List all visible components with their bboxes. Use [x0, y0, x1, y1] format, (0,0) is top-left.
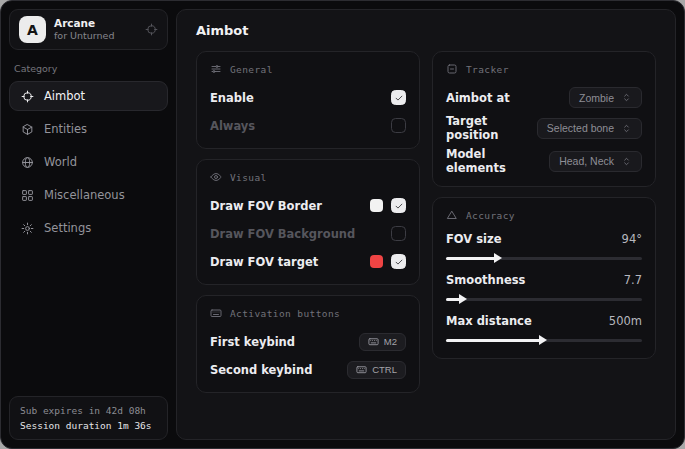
slider-fill — [446, 339, 542, 342]
tracker-label: Model elements — [446, 147, 549, 175]
chevrons-up-down-icon — [621, 92, 632, 103]
card-activation: Activation buttonsFirst keybindM2Second … — [196, 295, 420, 393]
slider-label: Smoothness — [446, 273, 525, 287]
app-window: A Arcane for Unturned Category AimbotEnt… — [0, 0, 685, 449]
checkbox-enable[interactable] — [391, 90, 406, 105]
slider-value: 500m — [609, 314, 642, 328]
app-subtitle: for Unturned — [54, 30, 114, 42]
tracker-label: Target position — [446, 114, 537, 142]
setting-row-enable: Enable — [210, 86, 406, 109]
card-title: Accuracy — [466, 210, 515, 221]
card-visual: VisualDraw FOV BorderDraw FOV Background… — [196, 159, 420, 285]
select-value: Zombie — [579, 92, 614, 104]
slider-row-header: FOV size94° — [446, 232, 642, 246]
card-title: Visual — [230, 172, 267, 183]
scope-icon[interactable] — [145, 23, 158, 36]
keybind-label: Second keybind — [210, 363, 312, 377]
left-column: GeneralEnableAlwaysVisualDraw FOV Border… — [196, 51, 420, 393]
setting-row-draw-fov-background: Draw FOV Background — [210, 222, 406, 245]
card-header-visual: Visual — [210, 171, 406, 183]
select-model-elements[interactable]: Head, Neck — [549, 151, 642, 172]
sidebar-nav: AimbotEntitiesWorldMiscellaneousSettings — [9, 81, 168, 243]
app-logo: A — [19, 16, 46, 43]
card-tracker: TrackerAimbot atZombieTarget positionSel… — [432, 51, 656, 187]
app-name: Arcane — [54, 17, 114, 30]
keybind-row-first-keybind: First keybindM2 — [210, 330, 406, 353]
card-header-tracker: Tracker — [446, 63, 642, 75]
select-value: Selected bone — [547, 122, 614, 134]
gear-icon — [21, 222, 34, 235]
app-header: A Arcane for Unturned — [9, 9, 168, 50]
slider-value: 7.7 — [624, 273, 642, 287]
keybind-button-second-keybind[interactable]: CTRL — [347, 361, 406, 379]
card-title: Tracker — [466, 64, 509, 75]
keybind-button-first-keybind[interactable]: M2 — [359, 333, 406, 351]
setting-controls — [370, 198, 406, 213]
setting-label: Draw FOV target — [210, 255, 318, 269]
sidebar-item-settings[interactable]: Settings — [9, 213, 168, 243]
sidebar: A Arcane for Unturned Category AimbotEnt… — [1, 1, 176, 448]
checkbox-always[interactable] — [391, 118, 406, 133]
crosshair-icon — [21, 90, 34, 103]
slider-row-smoothness: Smoothness7.7 — [446, 273, 642, 304]
tracker-row-target-position: Target positionSelected bone — [446, 114, 642, 142]
slider-track — [446, 298, 642, 301]
setting-controls — [391, 118, 406, 133]
slider-smoothness[interactable] — [446, 294, 642, 304]
setting-controls — [391, 226, 406, 241]
right-column: TrackerAimbot atZombieTarget positionSel… — [432, 51, 656, 359]
slider-thumb[interactable] — [459, 294, 467, 304]
sidebar-item-label: Aimbot — [44, 89, 85, 103]
slider-fov-size[interactable] — [446, 253, 642, 263]
color-swatch-draw-fov-border[interactable] — [370, 199, 383, 212]
triangle-icon — [446, 209, 458, 221]
slider-value: 94° — [622, 232, 642, 246]
subscription-card: Sub expires in 42d 08h Session duration … — [9, 396, 168, 440]
sidebar-item-label: World — [44, 155, 77, 169]
select-target-position[interactable]: Selected bone — [537, 118, 642, 139]
checkbox-draw-fov-target[interactable] — [391, 254, 406, 269]
slider-thumb[interactable] — [494, 253, 502, 263]
keybind-label: First keybind — [210, 335, 295, 349]
sidebar-item-miscellaneous[interactable]: Miscellaneous — [9, 180, 168, 210]
select-aimbot-at[interactable]: Zombie — [569, 87, 642, 108]
sidebar-item-entities[interactable]: Entities — [9, 114, 168, 144]
sidebar-item-world[interactable]: World — [9, 147, 168, 177]
card-title: General — [230, 64, 273, 75]
checkbox-draw-fov-background[interactable] — [391, 226, 406, 241]
select-value: Head, Neck — [559, 155, 614, 167]
sub-expiry-text: Sub expires in 42d 08h — [20, 405, 157, 416]
chevrons-up-down-icon — [621, 156, 632, 167]
keybind-row-second-keybind: Second keybindCTRL — [210, 358, 406, 381]
setting-label: Draw FOV Background — [210, 227, 355, 241]
content-columns: GeneralEnableAlwaysVisualDraw FOV Border… — [196, 51, 656, 393]
card-title: Activation buttons — [230, 308, 340, 319]
tracker-row-model-elements: Model elementsHead, Neck — [446, 147, 642, 175]
sidebar-item-label: Miscellaneous — [44, 188, 125, 202]
checkbox-draw-fov-border[interactable] — [391, 198, 406, 213]
tracker-row-aimbot-at: Aimbot atZombie — [446, 86, 642, 109]
check-icon — [394, 257, 404, 267]
setting-controls — [370, 254, 406, 269]
keybind-value: CTRL — [372, 364, 397, 375]
slider-thumb[interactable] — [539, 335, 547, 345]
slider-row-fov-size: FOV size94° — [446, 232, 642, 263]
globe-icon — [21, 156, 34, 169]
page-title: Aimbot — [196, 23, 656, 38]
setting-label: Always — [210, 119, 255, 133]
setting-row-draw-fov-border: Draw FOV Border — [210, 194, 406, 217]
category-label: Category — [14, 63, 163, 74]
scan-icon — [446, 63, 458, 75]
check-icon — [394, 201, 404, 211]
sidebar-item-aimbot[interactable]: Aimbot — [9, 81, 168, 111]
slider-fill — [446, 257, 497, 260]
app-titles: Arcane for Unturned — [54, 17, 114, 42]
card-accuracy: AccuracyFOV size94°Smoothness7.7Max dist… — [432, 197, 656, 359]
grid-icon — [21, 189, 34, 202]
slider-max-distance[interactable] — [446, 335, 642, 345]
sidebar-item-label: Settings — [44, 221, 91, 235]
setting-label: Draw FOV Border — [210, 199, 322, 213]
color-swatch-draw-fov-target[interactable] — [370, 255, 383, 268]
chevrons-up-down-icon — [621, 123, 632, 134]
setting-label: Enable — [210, 91, 254, 105]
